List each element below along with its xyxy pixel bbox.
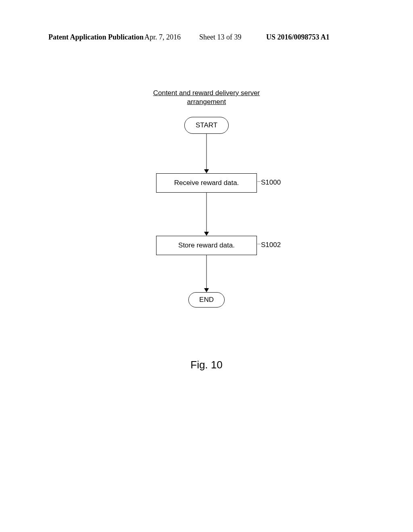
diagram-title-line2: arrangement	[187, 98, 226, 106]
label-leader	[257, 181, 261, 182]
header-docnumber: US 2016/0098753 A1	[266, 33, 330, 42]
arrow-icon	[204, 169, 209, 173]
step-label-s1002: S1002	[261, 241, 281, 249]
arrow-icon	[204, 232, 209, 236]
arrow-icon	[204, 288, 209, 292]
process-store-reward: Store reward data.	[156, 236, 257, 255]
end-node: END	[188, 292, 225, 308]
connector	[206, 134, 207, 170]
start-node: START	[184, 117, 229, 134]
step-label-s1000: S1000	[261, 179, 281, 187]
header-date: Apr. 7, 2016	[144, 33, 181, 42]
diagram-title: Content and reward delivery server arran…	[153, 89, 260, 106]
header-publication: Patent Application Publication	[48, 33, 144, 42]
connector	[206, 193, 207, 233]
diagram-title-line1: Content and reward delivery server	[153, 89, 260, 97]
process-receive-reward: Receive reward data.	[156, 173, 257, 193]
flowchart: START Receive reward data. S1000 Store r…	[126, 111, 287, 337]
label-leader	[257, 244, 261, 244]
figure-caption: Fig. 10	[190, 359, 223, 371]
header-sheet: Sheet 13 of 39	[199, 33, 241, 42]
connector	[206, 255, 207, 289]
